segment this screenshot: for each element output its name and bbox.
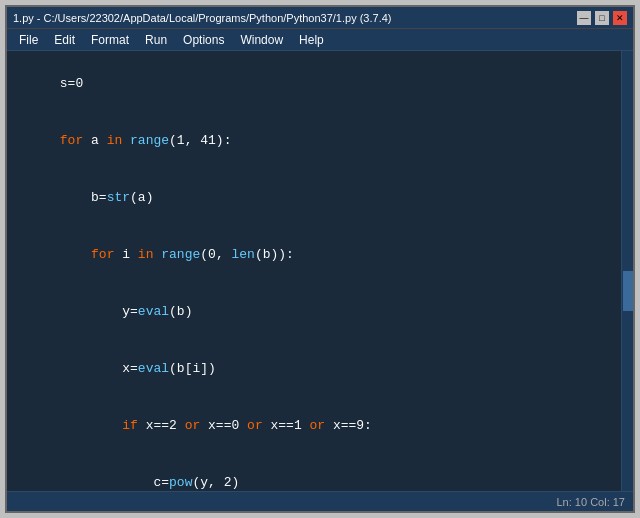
scrollbar-thumb[interactable] (623, 271, 633, 311)
menu-format[interactable]: Format (83, 31, 137, 49)
menu-run[interactable]: Run (137, 31, 175, 49)
close-button[interactable]: ✕ (613, 11, 627, 25)
menu-bar: File Edit Format Run Options Window Help (7, 29, 633, 51)
code-line-3: b=str(a) (13, 169, 627, 226)
code-line-7: if x==2 or x==0 or x==1 or x==9: (13, 397, 627, 454)
main-window: 1.py - C:/Users/22302/AppData/Local/Prog… (5, 5, 635, 513)
code-line-1: s=0 (13, 55, 627, 112)
title-text: 1.py - C:/Users/22302/AppData/Local/Prog… (13, 12, 391, 24)
title-bar: 1.py - C:/Users/22302/AppData/Local/Prog… (7, 7, 633, 29)
menu-file[interactable]: File (11, 31, 46, 49)
code-line-8: c=pow(y, 2) (13, 454, 627, 491)
menu-help[interactable]: Help (291, 31, 332, 49)
scrollbar[interactable] (621, 51, 633, 491)
status-text: Ln: 10 Col: 17 (557, 496, 626, 508)
status-bar: Ln: 10 Col: 17 (7, 491, 633, 511)
code-line-2: for a in range(1, 41): (13, 112, 627, 169)
code-line-4: for i in range(0, len(b)): (13, 226, 627, 283)
minimize-button[interactable]: — (577, 11, 591, 25)
code-editor[interactable]: s=0 for a in range(1, 41): b=str(a) for … (7, 51, 633, 491)
code-line-5: y=eval(b) (13, 283, 627, 340)
maximize-button[interactable]: □ (595, 11, 609, 25)
code-line-6: x=eval(b[i]) (13, 340, 627, 397)
menu-edit[interactable]: Edit (46, 31, 83, 49)
window-controls: — □ ✕ (577, 11, 627, 25)
menu-window[interactable]: Window (232, 31, 291, 49)
menu-options[interactable]: Options (175, 31, 232, 49)
